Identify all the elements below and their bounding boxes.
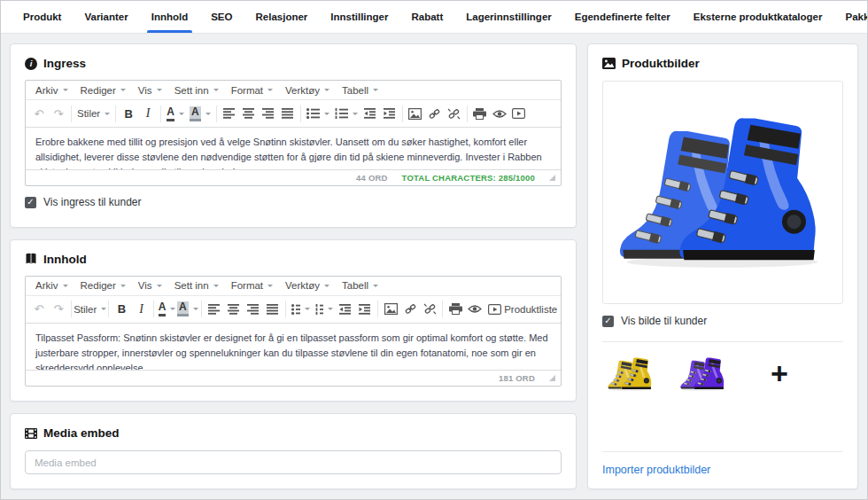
insert-image-icon[interactable] (381, 299, 400, 320)
resize-handle-icon[interactable] (549, 175, 555, 181)
menu-format[interactable]: Format (225, 280, 279, 291)
tab-varianter[interactable]: Varianter (74, 1, 137, 33)
innhold-editor-statusbar: 181 ORD (26, 370, 561, 386)
chevron-down-icon (213, 89, 219, 91)
bold-button[interactable]: B (119, 103, 138, 124)
text-color-button[interactable]: A (157, 299, 176, 320)
background-color-button[interactable]: A (187, 103, 213, 124)
menu-vis[interactable]: Vis (132, 85, 168, 96)
tab-egendefinerte-felter[interactable]: Egendefinerte felter (565, 1, 680, 33)
undo-icon[interactable]: ↶ (29, 299, 49, 320)
align-center-icon[interactable] (224, 299, 244, 320)
menu-rediger[interactable]: Rediger (74, 85, 132, 96)
resize-handle-icon[interactable] (549, 375, 555, 381)
menu-tabell[interactable]: Tabell (336, 280, 384, 291)
menu-vis[interactable]: Vis (132, 280, 168, 291)
preview-icon[interactable] (490, 103, 509, 124)
numbered-list-icon[interactable] (332, 103, 360, 124)
tab-innhold[interactable]: Innhold (142, 1, 198, 33)
media-embed-icon[interactable] (484, 299, 504, 320)
italic-button[interactable]: I (138, 103, 158, 124)
tab-eksterne-produktkataloger[interactable]: Eksterne produktkataloger (684, 1, 833, 33)
print-icon[interactable] (446, 299, 465, 320)
vis-bilde-checkbox-row[interactable]: ✓ Vis bilde til kunder (602, 315, 843, 327)
innhold-title: Innhold (43, 253, 87, 266)
chevron-down-icon (324, 89, 329, 91)
background-color-button[interactable]: A (176, 299, 198, 320)
tab-produkt[interactable]: Produkt (13, 1, 71, 33)
styles-dropdown[interactable]: Stiler (74, 103, 112, 124)
redo-icon[interactable]: ↷ (49, 103, 68, 124)
menu-tabell[interactable]: Tabell (336, 85, 384, 96)
thumbnail-purple-ski-boots[interactable] (678, 356, 728, 392)
bold-button[interactable]: B (112, 299, 131, 320)
menu-verktoy[interactable]: Verktøy (279, 85, 336, 96)
media-embed-icon[interactable] (509, 103, 529, 124)
tab-seo[interactable]: SEO (201, 1, 242, 33)
redo-icon[interactable]: ↷ (49, 299, 68, 320)
insert-link-icon[interactable] (400, 299, 420, 320)
indent-icon[interactable] (380, 103, 399, 124)
tab-innstillinger[interactable]: Innstillinger (321, 1, 398, 33)
tab-lagerinnstillinger[interactable]: Lagerinnstillinger (456, 1, 562, 33)
align-justify-icon[interactable] (278, 103, 298, 124)
align-center-icon[interactable] (239, 103, 259, 124)
bullet-list-icon[interactable] (289, 299, 313, 320)
divider (602, 451, 843, 452)
chevron-down-icon (170, 308, 175, 310)
add-image-button[interactable]: + (771, 362, 788, 386)
align-right-icon[interactable] (244, 299, 263, 320)
ingress-text-area[interactable]: Erobre bakkene med tillit og presisjon v… (26, 128, 561, 169)
align-left-icon[interactable] (205, 299, 224, 320)
menu-arkiv[interactable]: Arkiv (29, 85, 74, 96)
outdent-icon[interactable] (360, 103, 380, 124)
menu-arkiv[interactable]: Arkiv (29, 280, 74, 291)
remove-link-icon[interactable] (420, 299, 439, 320)
menu-format[interactable]: Format (225, 85, 279, 96)
innhold-text-area[interactable]: Tilpasset Passform: Snøtinn skistøvler e… (26, 324, 561, 370)
info-icon: i (25, 58, 37, 70)
numbered-list-icon[interactable] (313, 299, 337, 320)
align-right-icon[interactable] (259, 103, 278, 124)
indent-icon[interactable] (355, 299, 375, 320)
chevron-down-icon (157, 89, 162, 91)
ingress-card: i Ingress Arkiv Rediger Vis Sett inn For… (10, 43, 577, 228)
main-product-image[interactable] (602, 81, 843, 304)
tab-relasjoner[interactable]: Relasjoner (246, 1, 318, 33)
preview-icon[interactable] (465, 299, 484, 320)
import-product-images-link[interactable]: Importer produktbilder (602, 464, 843, 476)
align-left-icon[interactable] (220, 103, 239, 124)
innhold-card: Innhold Arkiv Rediger Vis Sett inn Forma… (10, 239, 577, 402)
media-embed-input[interactable] (25, 450, 562, 474)
insert-image-icon[interactable] (406, 103, 425, 124)
vis-ingress-checkbox-row[interactable]: ✓ Vis ingress til kunder (25, 196, 562, 208)
produktliste-button[interactable]: Produktliste (504, 299, 557, 320)
bullet-list-icon[interactable] (304, 103, 332, 124)
chevron-down-icon (353, 113, 358, 115)
thumbnail-yellow-ski-boots[interactable] (606, 356, 655, 392)
print-icon[interactable] (470, 103, 490, 124)
innhold-editor-menubar: Arkiv Rediger Vis Sett inn Format Verktø… (26, 277, 561, 296)
text-color-button[interactable]: A (164, 103, 187, 124)
remove-link-icon[interactable] (445, 103, 464, 124)
checkbox-checked-icon[interactable]: ✓ (602, 316, 614, 327)
align-justify-icon[interactable] (263, 299, 283, 320)
innhold-editor-toolbar: ↶ ↷ Stiler B I A A (26, 296, 561, 324)
italic-button[interactable]: I (131, 299, 151, 320)
insert-link-icon[interactable] (425, 103, 445, 124)
tab-rabatt[interactable]: Rabatt (401, 1, 453, 33)
menu-verktoy[interactable]: Verktøy (279, 280, 336, 291)
outdent-icon[interactable] (336, 299, 355, 320)
chevron-down-icon (120, 89, 126, 91)
thumbnail-row: + (602, 356, 843, 392)
menu-rediger[interactable]: Rediger (74, 280, 132, 291)
checkbox-checked-icon[interactable]: ✓ (25, 197, 36, 208)
styles-dropdown[interactable]: Stiler (74, 299, 105, 320)
ingress-title: Ingress (43, 57, 86, 70)
chevron-down-icon (267, 89, 273, 91)
tab-pakkeprodukt[interactable]: Pakkeprodukt (835, 1, 868, 33)
media-embed-title: Media embed (43, 426, 120, 440)
undo-icon[interactable]: ↶ (29, 103, 49, 124)
menu-sett-inn[interactable]: Sett inn (168, 280, 225, 291)
menu-sett-inn[interactable]: Sett inn (168, 85, 225, 96)
